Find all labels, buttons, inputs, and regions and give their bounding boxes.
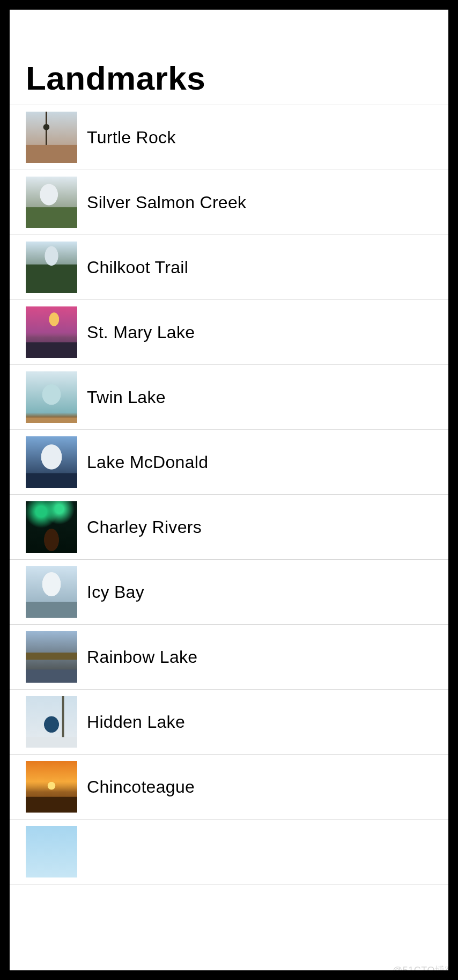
list-row[interactable]: Twin Lake [10, 364, 448, 429]
landmark-name: Rainbow Lake [87, 647, 197, 667]
landmark-name: Chincoteague [87, 777, 195, 797]
landmark-thumbnail [26, 306, 77, 358]
list-row[interactable]: Chincoteague [10, 754, 448, 819]
list-row[interactable]: Silver Salmon Creek [10, 170, 448, 235]
landmark-name: Charley Rivers [87, 517, 202, 537]
landmark-thumbnail [26, 242, 77, 293]
landmark-thumbnail [26, 696, 77, 748]
list-row[interactable]: Icy Bay [10, 559, 448, 624]
list-row[interactable]: Charley Rivers [10, 494, 448, 559]
landmark-name: Hidden Lake [87, 712, 185, 732]
landmark-name: Turtle Rock [87, 128, 176, 148]
landmark-thumbnail [26, 501, 77, 553]
list-row[interactable]: Turtle Rock [10, 105, 448, 170]
landmark-thumbnail [26, 436, 77, 488]
landmark-thumbnail [26, 631, 77, 683]
app-frame: Landmarks Turtle RockSilver Salmon Creek… [10, 10, 448, 970]
landmark-list[interactable]: Turtle RockSilver Salmon CreekChilkoot T… [10, 105, 448, 884]
landmark-thumbnail [26, 112, 77, 163]
landmark-name: Twin Lake [87, 387, 166, 407]
landmark-name: Lake McDonald [87, 452, 208, 472]
list-row[interactable]: St. Mary Lake [10, 299, 448, 364]
landmark-thumbnail [26, 566, 77, 618]
landmark-thumbnail [26, 177, 77, 228]
landmark-thumbnail [26, 826, 77, 877]
page-title: Landmarks [26, 59, 432, 97]
list-row[interactable]: Lake McDonald [10, 429, 448, 494]
landmark-name: St. Mary Lake [87, 323, 195, 342]
landmark-thumbnail [26, 371, 77, 423]
watermark: @51CTO博客 [393, 964, 455, 977]
landmark-thumbnail [26, 761, 77, 813]
landmark-name: Chilkoot Trail [87, 258, 188, 277]
list-row[interactable] [10, 819, 448, 884]
navigation-header: Landmarks [10, 10, 448, 105]
landmark-name: Silver Salmon Creek [87, 193, 246, 213]
list-row[interactable]: Chilkoot Trail [10, 235, 448, 299]
landmark-name: Icy Bay [87, 582, 144, 602]
list-row[interactable]: Hidden Lake [10, 689, 448, 754]
list-row[interactable]: Rainbow Lake [10, 624, 448, 689]
